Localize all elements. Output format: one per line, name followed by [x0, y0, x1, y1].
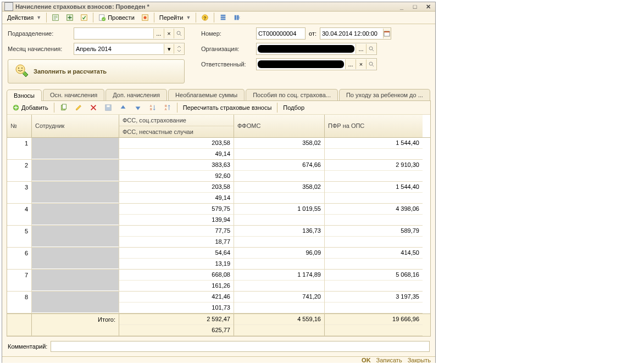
- subdivision-clear-button[interactable]: ×: [164, 29, 174, 38]
- table-row[interactable]: 577,7518,77136,73589,79: [7, 226, 430, 248]
- tab-contributions[interactable]: Взносы: [7, 89, 42, 101]
- add-row-button[interactable]: Добавить: [9, 102, 51, 114]
- table-row[interactable]: 654,6413,1996,09414,50: [7, 248, 430, 270]
- col-fss-social[interactable]: ФСС, соц.страхование: [119, 115, 234, 126]
- svg-rect-2: [81, 15, 87, 21]
- table-row[interactable]: 3203,5849,14358,021 544,40: [7, 182, 430, 204]
- month-label: Месяц начисления:: [8, 46, 74, 52]
- org-field[interactable]: ...: [256, 43, 377, 55]
- subdivision-field[interactable]: ... ×: [74, 27, 185, 40]
- total-fss1: 2 592,47: [119, 314, 234, 325]
- date-field[interactable]: [320, 27, 391, 40]
- tool-icon-3[interactable]: [77, 12, 91, 24]
- tool-icon-1[interactable]: [49, 12, 62, 24]
- table-row[interactable]: 4579,75139,941 019,554 398,06: [7, 204, 430, 226]
- org-search-button[interactable]: [366, 44, 376, 54]
- table-row[interactable]: 2383,6392,60674,662 910,30: [7, 160, 430, 182]
- delete-row-button[interactable]: [87, 102, 100, 114]
- table-row[interactable]: 7668,08161,261 174,895 068,16: [7, 270, 430, 292]
- month-field[interactable]: ▾: [74, 43, 185, 55]
- svg-rect-10: [221, 16, 226, 18]
- maximize-button[interactable]: □: [410, 3, 420, 10]
- svg-text:?: ?: [204, 15, 207, 21]
- subdivision-input[interactable]: [74, 29, 153, 38]
- resp-label: Ответственный:: [201, 61, 256, 68]
- tool-icon-2[interactable]: [63, 12, 76, 24]
- copy-row-button[interactable]: [57, 102, 70, 114]
- month-dropdown-button[interactable]: ▾: [164, 44, 174, 54]
- goto-label: Перейти: [159, 14, 184, 21]
- svg-rect-9: [221, 15, 226, 16]
- sort-desc-button[interactable]: ЯА: [161, 102, 174, 114]
- edit-row-button[interactable]: [72, 102, 85, 114]
- svg-rect-12: [235, 15, 237, 20]
- tab-add-accruals[interactable]: Доп. начисления: [106, 89, 167, 100]
- comment-input[interactable]: [51, 341, 430, 352]
- save-button[interactable]: Записать: [376, 357, 402, 363]
- col-number[interactable]: №: [7, 115, 31, 137]
- recalc-button[interactable]: Пересчитать страховые взносы: [180, 102, 275, 114]
- tab-social-benefits[interactable]: Пособия по соц. страхова...: [246, 89, 338, 100]
- actions-menu[interactable]: Действия▼: [4, 12, 44, 24]
- ok-button[interactable]: OK: [362, 357, 371, 363]
- goto-menu[interactable]: Перейти▼: [157, 12, 194, 24]
- svg-rect-26: [107, 105, 109, 108]
- month-spin-button[interactable]: [174, 44, 184, 54]
- data-grid[interactable]: № Сотрудник ФСС, соц.страхованиеФСС, нес…: [7, 115, 430, 336]
- resp-field[interactable]: ...×: [256, 58, 377, 70]
- resp-search-button[interactable]: [366, 59, 376, 69]
- sort-asc-button[interactable]: АЯ: [146, 102, 159, 114]
- tool-icon-6[interactable]: [231, 12, 244, 24]
- grid-body[interactable]: 1203,5849,14358,021 544,402383,6392,6067…: [7, 138, 430, 313]
- number-label: Номер:: [201, 30, 256, 37]
- col-pfr[interactable]: ПФР на ОПС: [325, 115, 423, 137]
- titlebar: Начисление страховых взносов: Проведен *…: [2, 2, 435, 12]
- minimize-button[interactable]: _: [397, 3, 407, 10]
- date-input[interactable]: [320, 29, 383, 38]
- save-row-button[interactable]: [102, 102, 115, 114]
- total-label: Итого:: [32, 314, 119, 335]
- add-label: Добавить: [21, 104, 48, 111]
- tab-main-accruals[interactable]: Осн. начисления: [43, 89, 104, 100]
- table-row[interactable]: 8421,46101,73741,203 197,35: [7, 292, 430, 313]
- total-ffoms: 4 559,16: [234, 314, 324, 325]
- subdivision-pick-button[interactable]: ...: [153, 29, 164, 38]
- window: Начисление страховых взносов: Проведен *…: [2, 2, 436, 363]
- comment-label: Комментарий:: [8, 343, 47, 350]
- tool-icon-5[interactable]: [216, 12, 230, 24]
- fill-calc-button[interactable]: Заполнить и рассчитать: [8, 59, 185, 83]
- move-down-button[interactable]: [131, 102, 145, 114]
- footer: OK Записать Закрыть: [2, 356, 435, 363]
- fill-calc-label: Заполнить и рассчитать: [34, 68, 107, 75]
- close-button[interactable]: ✕: [423, 3, 433, 10]
- post-button[interactable]: Провести: [96, 12, 137, 24]
- svg-text:Я: Я: [164, 104, 166, 108]
- resp-pick-button[interactable]: ...: [345, 59, 356, 69]
- col-ffoms[interactable]: ФФОМС: [234, 115, 324, 137]
- month-input[interactable]: [74, 44, 164, 54]
- resp-clear-button[interactable]: ×: [356, 59, 366, 69]
- number-input[interactable]: [257, 29, 306, 38]
- col-fss-accident[interactable]: ФСС, несчастные случаи: [119, 126, 234, 137]
- close-form-button[interactable]: Закрыть: [408, 357, 431, 363]
- tool-icon-4[interactable]: [138, 12, 152, 24]
- tab-childcare[interactable]: По уходу за ребенком до ...: [339, 89, 430, 100]
- org-pick-button[interactable]: ...: [356, 44, 366, 54]
- subdivision-search-button[interactable]: [174, 29, 184, 38]
- svg-rect-11: [221, 19, 226, 20]
- comment-row: Комментарий:: [2, 337, 435, 356]
- tabstrip: Взносы Осн. начисления Доп. начисления Н…: [7, 89, 431, 100]
- number-field[interactable]: [256, 27, 306, 40]
- move-up-button[interactable]: [116, 102, 130, 114]
- table-row[interactable]: 1203,5849,14358,021 544,40: [7, 138, 430, 160]
- svg-point-15: [16, 65, 25, 74]
- svg-point-17: [21, 68, 23, 69]
- col-employee[interactable]: Сотрудник: [32, 115, 119, 137]
- svg-rect-19: [384, 31, 390, 32]
- select-label: Подбор: [283, 104, 304, 111]
- select-button[interactable]: Подбор: [280, 102, 307, 114]
- org-label: Организация:: [201, 46, 256, 52]
- help-button[interactable]: ?: [198, 12, 212, 24]
- tab-nontaxable[interactable]: Необлагаемые суммы: [168, 89, 245, 100]
- date-calendar-button[interactable]: [383, 29, 391, 38]
